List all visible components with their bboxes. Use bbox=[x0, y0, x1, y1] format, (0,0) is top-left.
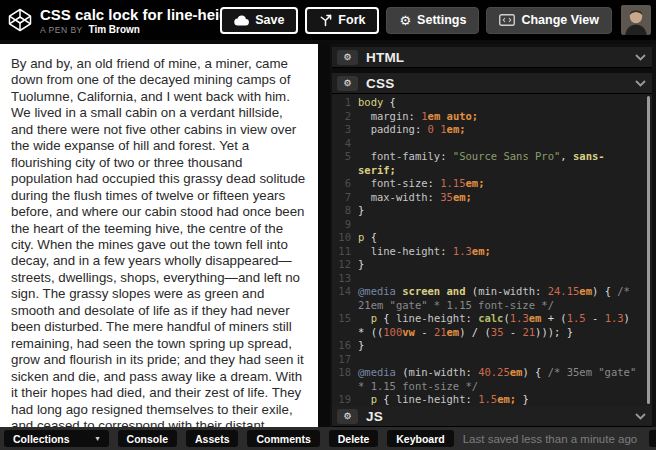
js-editor-label: JS bbox=[366, 409, 383, 424]
code-text: } bbox=[358, 258, 642, 272]
settings-label: Settings bbox=[417, 13, 466, 27]
save-status-text: Last saved less than a minute ago bbox=[463, 433, 638, 445]
code-text bbox=[358, 353, 642, 367]
code-text: font-size: 1.15em; bbox=[358, 177, 642, 191]
top-header: CSS calc lock for line-height ✎ A PEN BY… bbox=[0, 0, 656, 40]
preview-pane: By and by, an old friend of mine, a mine… bbox=[0, 44, 318, 427]
css-code-line[interactable]: 14@media screen and (min-width: 24.15em)… bbox=[332, 285, 642, 312]
footer-button-delete[interactable]: Delete bbox=[329, 430, 379, 447]
save-button[interactable]: Save bbox=[220, 7, 298, 34]
line-number: 11 bbox=[332, 245, 358, 259]
settings-button[interactable]: ⚙ Settings bbox=[386, 7, 479, 34]
code-text bbox=[358, 137, 642, 151]
html-collapse-chevron-icon[interactable] bbox=[635, 54, 646, 61]
line-number: 16 bbox=[332, 339, 358, 353]
line-number: 8 bbox=[332, 204, 358, 218]
code-text bbox=[358, 272, 642, 286]
code-text: max-width: 35em; bbox=[358, 191, 642, 205]
footer-button-assets[interactable]: Assets bbox=[186, 430, 238, 447]
line-number: 5 bbox=[332, 150, 358, 177]
footer-button-comments[interactable]: Comments bbox=[247, 430, 319, 447]
css-editor-scrollbar[interactable] bbox=[647, 96, 650, 404]
fork-icon bbox=[319, 14, 332, 27]
css-code-editor[interactable]: 1body {2 margin: 1em auto;3 padding: 0 1… bbox=[332, 94, 652, 406]
css-code-line[interactable]: 10p { bbox=[332, 231, 642, 245]
html-settings-gear-icon[interactable]: ⚙ bbox=[337, 50, 358, 65]
css-code-line[interactable]: 1body { bbox=[332, 96, 642, 110]
css-collapse-chevron-icon[interactable] bbox=[635, 80, 646, 87]
line-number: 3 bbox=[332, 123, 358, 137]
main-area: By and by, an old friend of mine, a mine… bbox=[0, 44, 656, 427]
footer-button-console[interactable]: Console bbox=[118, 430, 177, 447]
css-code-line[interactable]: 16} bbox=[332, 339, 642, 353]
fork-label: Fork bbox=[338, 13, 365, 27]
save-label: Save bbox=[255, 13, 284, 27]
css-editor-label: CSS bbox=[366, 76, 394, 91]
avatar[interactable] bbox=[621, 5, 651, 35]
line-number: 15 bbox=[332, 312, 358, 339]
gear-icon: ⚙ bbox=[399, 14, 411, 27]
pen-title: CSS calc lock for line-height bbox=[40, 6, 243, 23]
css-code-line[interactable]: 8} bbox=[332, 204, 642, 218]
css-code-line[interactable]: 11 line-height: 1.3em; bbox=[332, 245, 642, 259]
footer-button-keyboard[interactable]: Keyboard bbox=[387, 430, 453, 447]
change-view-button[interactable]: Change View bbox=[486, 7, 612, 34]
byline: A PEN BY Tim Brown bbox=[40, 24, 213, 35]
html-editor-label: HTML bbox=[366, 50, 404, 65]
css-code-line[interactable]: 15 p { line-height: calc(1.3em + (1.5 - … bbox=[332, 312, 642, 339]
preview-paragraph: By and by, an old friend of mine, a mine… bbox=[11, 56, 306, 427]
footer-bar: Collections▾ConsoleAssetsCommentsDeleteK… bbox=[0, 427, 656, 450]
css-settings-gear-icon[interactable]: ⚙ bbox=[337, 76, 358, 91]
fork-button[interactable]: Fork bbox=[305, 7, 379, 34]
code-text: font-family: "Source Sans Pro", sans-ser… bbox=[358, 150, 642, 177]
js-collapse-chevron-icon[interactable] bbox=[635, 413, 646, 420]
css-code-line[interactable]: 12} bbox=[332, 258, 642, 272]
line-number: 4 bbox=[332, 137, 358, 151]
css-code-line[interactable]: 9 bbox=[332, 218, 642, 232]
css-code-line[interactable]: 18@media (min-width: 40.25em) { /* 35em … bbox=[332, 366, 642, 393]
code-text: @media screen and (min-width: 24.15em) {… bbox=[358, 285, 642, 312]
code-text bbox=[358, 218, 642, 232]
line-number: 17 bbox=[332, 353, 358, 367]
css-code-line[interactable]: 5 font-family: "Source Sans Pro", sans-s… bbox=[332, 150, 642, 177]
line-number: 13 bbox=[332, 272, 358, 286]
code-text: p { bbox=[358, 231, 642, 245]
css-code-line[interactable]: 17 bbox=[332, 353, 642, 367]
css-code-line[interactable]: 7 max-width: 35em; bbox=[332, 191, 642, 205]
footer-button-share[interactable]: Share bbox=[649, 430, 656, 447]
pane-resizer[interactable] bbox=[318, 44, 330, 427]
footer-right-buttons: ShareExportEmbed bbox=[649, 430, 656, 447]
editor-column: ⚙ HTML ⚙ CSS 1body {2 margin: 1em auto;3… bbox=[330, 44, 656, 427]
js-settings-gear-icon[interactable]: ⚙ bbox=[337, 409, 358, 424]
line-number: 19 bbox=[332, 393, 358, 406]
code-text: } bbox=[358, 204, 642, 218]
code-text: p { line-height: calc(1.3em + (1.5 - 1.3… bbox=[358, 312, 642, 339]
author-link[interactable]: Tim Brown bbox=[88, 24, 139, 35]
css-code-line[interactable]: 13 bbox=[332, 272, 642, 286]
line-number: 6 bbox=[332, 177, 358, 191]
line-number: 14 bbox=[332, 285, 358, 312]
code-text: body { bbox=[358, 96, 642, 110]
codepen-logo-icon[interactable] bbox=[8, 8, 32, 32]
footer-left-buttons: Collections▾ConsoleAssetsCommentsDeleteK… bbox=[4, 430, 463, 447]
footer-button-collections[interactable]: Collections▾ bbox=[4, 430, 109, 447]
js-editor-header[interactable]: ⚙ JS bbox=[332, 406, 652, 427]
css-code-line[interactable]: 4 bbox=[332, 137, 642, 151]
line-number: 2 bbox=[332, 110, 358, 124]
code-text: margin: 1em auto; bbox=[358, 110, 642, 124]
css-code-line[interactable]: 6 font-size: 1.15em; bbox=[332, 177, 642, 191]
byline-prefix: A PEN BY bbox=[40, 25, 83, 35]
code-text: padding: 0 1em; bbox=[358, 123, 642, 137]
html-editor-header[interactable]: ⚙ HTML bbox=[332, 47, 652, 68]
line-number: 7 bbox=[332, 191, 358, 205]
line-number: 9 bbox=[332, 218, 358, 232]
css-code-line[interactable]: 3 padding: 0 1em; bbox=[332, 123, 642, 137]
css-code-line[interactable]: 2 margin: 1em auto; bbox=[332, 110, 642, 124]
layout-view-icon bbox=[499, 14, 515, 26]
change-view-label: Change View bbox=[521, 13, 599, 27]
line-number: 18 bbox=[332, 366, 358, 393]
code-text: @media (min-width: 40.25em) { /* 35em "g… bbox=[358, 366, 642, 393]
line-number: 1 bbox=[332, 96, 358, 110]
css-code-line[interactable]: 19 p { line-height: 1.5em; } bbox=[332, 393, 642, 406]
css-editor-header[interactable]: ⚙ CSS bbox=[332, 73, 652, 94]
